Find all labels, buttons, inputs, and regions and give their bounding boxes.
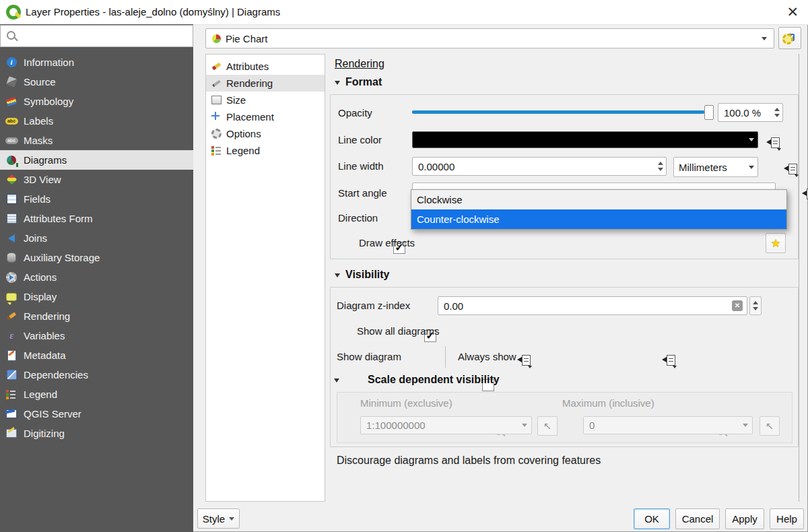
tab-label: Attributes [226, 61, 269, 72]
line-width-data-defined-override-icon[interactable] [784, 163, 799, 176]
sidebar-search[interactable] [0, 25, 193, 47]
sidebar-item-attributes-form[interactable]: Attributes Form [0, 209, 193, 228]
help-button[interactable]: Help [770, 508, 804, 529]
sidebar-item-labels[interactable]: abcLabels [0, 111, 193, 131]
tab-placement[interactable]: Placement [206, 108, 325, 125]
sidebar-item-label: Display [24, 291, 57, 302]
opacity-slider-handle[interactable] [704, 105, 714, 120]
sidebar-item-3d-view[interactable]: 3D View [0, 170, 193, 189]
opacity-slider-fill [412, 110, 704, 114]
apply-button[interactable]: Apply [725, 508, 764, 529]
line-color-data-defined-override-icon[interactable] [766, 137, 781, 150]
direction-option-clockwise[interactable]: Clockwise [411, 190, 786, 209]
cancel-button-label: Cancel [682, 513, 714, 525]
direction-option-counter-clockwise[interactable]: Counter-clockwise [411, 209, 786, 229]
scale-dependent-collapse-icon[interactable] [334, 378, 339, 383]
sidebar-item-label: 3D View [24, 174, 61, 185]
sidebar-item-auxiliary-storage[interactable]: Auxiliary Storage [0, 248, 193, 267]
qgis-server-icon [5, 408, 18, 420]
pencil-icon [211, 77, 222, 90]
sidebar-item-label: QGIS Server [24, 408, 81, 420]
tab-options[interactable]: Options [206, 125, 325, 142]
attributes-form-icon [5, 213, 18, 225]
line-width-unit-value: Millimeters [679, 162, 727, 173]
show-diagram-data-defined-override-icon[interactable] [517, 354, 532, 368]
sidebar-item-diagrams[interactable]: Diagrams [0, 150, 193, 170]
sidebar-item-information[interactable]: iInformation [0, 53, 193, 72]
automated-placement-settings-button[interactable] [778, 27, 801, 49]
diagram-tab-panel: Attributes Rendering Size Placement Opti… [205, 54, 325, 502]
sidebar-item-label: Variables [24, 330, 65, 341]
sidebar-item-label: Information [24, 57, 74, 68]
tab-attributes[interactable]: Attributes [206, 58, 325, 75]
sidebar-item-label: Auxiliary Storage [24, 252, 100, 263]
map-cursor-icon: ↖ [766, 420, 774, 432]
sidebar-item-joins[interactable]: Joins [0, 228, 193, 248]
sidebar-item-source[interactable]: Source [0, 72, 193, 92]
tab-rendering[interactable]: Rendering [206, 75, 325, 92]
maximum-scale-value: 0 [589, 420, 595, 431]
start-angle-label: Start angle [338, 187, 387, 199]
sidebar-item-masks[interactable]: abcMasks [0, 131, 193, 150]
sidebar-item-legend[interactable]: Legend [0, 385, 193, 404]
chevron-down-icon [229, 517, 234, 521]
format-collapse-icon[interactable] [335, 81, 340, 85]
rendering-icon [5, 310, 18, 323]
line-width-spinbox[interactable]: 0.00000 [412, 157, 667, 176]
ok-button[interactable]: OK [634, 508, 670, 529]
opacity-spinbox[interactable]: 100.0 % [718, 103, 783, 122]
sidebar-item-dependencies[interactable]: Dependencies [0, 365, 193, 385]
format-heading[interactable]: Format [345, 76, 382, 88]
z-index-stepper[interactable] [749, 296, 762, 315]
cancel-button[interactable]: Cancel [675, 508, 720, 529]
visibility-heading[interactable]: Visibility [345, 269, 390, 281]
close-icon[interactable]: ✕ [786, 3, 799, 22]
sidebar-item-symbology[interactable]: Symbology [0, 92, 193, 111]
search-icon [6, 30, 18, 42]
tab-size[interactable]: Size [206, 92, 325, 108]
layer-properties-dialog: Layer Properties - las-aleje_dolno (domy… [0, 0, 808, 532]
sidebar-item-fields[interactable]: Fields [0, 189, 193, 209]
style-button[interactable]: Style [197, 508, 240, 529]
visibility-collapse-icon[interactable] [335, 273, 340, 277]
line-width-value: 0.00000 [418, 161, 454, 172]
sidebar-item-variables[interactable]: εVariables [0, 326, 193, 345]
gear-icon [784, 30, 796, 46]
sidebar-item-qgis-server[interactable]: QGIS Server [0, 404, 193, 424]
sidebar-item-label: Labels [24, 115, 53, 127]
always-show-data-defined-override-icon[interactable] [662, 354, 677, 368]
diagram-type-combobox[interactable]: Pie Chart [205, 28, 774, 48]
legend-tab-icon [211, 145, 222, 157]
sidebar-item-label: Dependencies [24, 369, 88, 380]
line-color-button[interactable] [412, 131, 758, 148]
line-width-label: Line width [338, 160, 384, 172]
symbology-icon [5, 96, 18, 108]
chevron-down-icon[interactable] [749, 138, 754, 141]
tab-legend[interactable]: Legend [206, 142, 325, 159]
sidebar: iInformation Source Symbology abcLabels … [0, 24, 193, 532]
sidebar-item-display[interactable]: Display [0, 287, 193, 306]
line-width-stepper[interactable] [658, 162, 663, 171]
opacity-slider[interactable] [412, 110, 712, 114]
effects-button[interactable]: ★ [766, 233, 786, 253]
legend-icon [5, 389, 18, 401]
sidebar-item-digitizing[interactable]: Digitizing [0, 424, 193, 443]
clear-icon[interactable]: ✕ [732, 300, 743, 311]
scale-dependent-label: Scale dependent visibility [368, 374, 500, 386]
sidebar-item-actions[interactable]: Actions [0, 267, 193, 287]
set-min-from-canvas-button: ↖ [537, 416, 558, 436]
sidebar-item-metadata[interactable]: Metadata [0, 345, 193, 365]
z-index-value: 0.00 [444, 300, 463, 312]
start-angle-data-defined-override-icon[interactable] [802, 188, 808, 201]
style-button-label: Style [203, 513, 225, 525]
z-index-input[interactable]: 0.00 ✕ [438, 296, 747, 315]
opacity-stepper[interactable] [774, 108, 780, 117]
actions-icon [5, 271, 18, 284]
z-index-label: Diagram z-index [337, 300, 410, 311]
sidebar-item-label: Source [24, 76, 56, 88]
sidebar-item-label: Masks [24, 135, 53, 146]
sidebar-item-rendering[interactable]: Rendering [0, 306, 193, 326]
line-width-unit-combobox[interactable]: Millimeters [673, 157, 758, 177]
digitizing-icon [5, 428, 18, 440]
maximum-label: Maximum (inclusive) [562, 397, 654, 409]
